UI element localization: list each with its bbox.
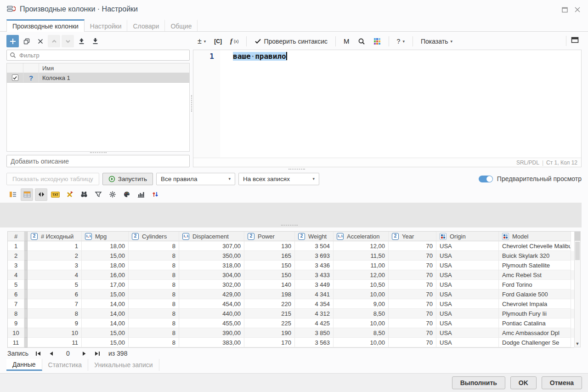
delete-column-button[interactable] bbox=[34, 35, 46, 47]
table-cell[interactable]: 70 bbox=[389, 290, 436, 299]
table-cell[interactable]: 7 bbox=[28, 299, 82, 309]
column-header[interactable]: 2Weight bbox=[295, 232, 334, 241]
column-header[interactable]: 2Year bbox=[389, 232, 436, 241]
table-cell[interactable]: 6 bbox=[28, 290, 82, 299]
execute-button[interactable]: Выполнить bbox=[452, 376, 505, 389]
table-cell[interactable]: 4 354 bbox=[295, 299, 334, 309]
table-cell[interactable]: 318,00 bbox=[179, 261, 244, 270]
table-cell[interactable]: Amc Ambassador Dpl bbox=[499, 328, 571, 338]
column-header[interactable]: # bbox=[8, 232, 24, 241]
table-cell[interactable]: 11 bbox=[8, 338, 24, 347]
column-header[interactable]: 2Cylinders bbox=[129, 232, 179, 241]
table-cell[interactable]: Buick Skylark 320 bbox=[499, 251, 571, 261]
column-header[interactable]: Origin bbox=[436, 232, 499, 241]
table-cell[interactable]: 2 bbox=[8, 251, 24, 261]
table-cell[interactable]: USA bbox=[436, 328, 499, 338]
table-cell[interactable]: 70 bbox=[389, 270, 436, 280]
table-cell[interactable]: 14,00 bbox=[82, 299, 129, 309]
table-cell[interactable]: Ford Torino bbox=[499, 280, 571, 290]
table-cell[interactable]: 3 850 bbox=[295, 328, 334, 338]
settings-icon[interactable] bbox=[106, 188, 119, 201]
table-cell[interactable]: 8 bbox=[129, 328, 179, 338]
table-row[interactable]: 111115,008383,001703 56310,0070USADodge … bbox=[8, 338, 574, 347]
table-cell[interactable]: 8 bbox=[129, 270, 179, 280]
table-cell[interactable]: 2 bbox=[28, 251, 82, 261]
table-cell[interactable]: 140 bbox=[244, 280, 295, 290]
table-cell[interactable]: USA bbox=[436, 290, 499, 299]
last-record-icon[interactable] bbox=[91, 351, 104, 357]
table-cell[interactable]: USA bbox=[436, 270, 499, 280]
table-cell[interactable]: 130 bbox=[244, 241, 295, 251]
table-cell[interactable]: USA bbox=[436, 241, 499, 251]
table-cell[interactable]: 4 bbox=[8, 270, 24, 280]
highlight-colors-button[interactable] bbox=[371, 35, 384, 47]
cancel-button[interactable]: Отмена bbox=[542, 376, 582, 389]
run-button[interactable]: Запустить bbox=[102, 173, 153, 185]
rules-select[interactable]: Все правила ▾ bbox=[156, 173, 235, 185]
panel-splitter-handle[interactable] bbox=[191, 95, 192, 112]
table-cell[interactable]: 198 bbox=[244, 290, 295, 299]
table-cell[interactable]: 1 bbox=[8, 241, 24, 251]
table-cell[interactable]: 12,00 bbox=[334, 241, 389, 251]
first-record-icon[interactable] bbox=[32, 351, 45, 357]
tab-unique-records[interactable]: Уникальные записи bbox=[88, 359, 159, 371]
table-cell[interactable]: 8,50 bbox=[334, 328, 389, 338]
table-cell[interactable]: 17,00 bbox=[82, 280, 129, 290]
export-button[interactable] bbox=[89, 35, 102, 47]
table-cell[interactable]: USA bbox=[436, 299, 499, 309]
table-cell[interactable]: Chevrolet Impala bbox=[499, 299, 571, 309]
table-cell[interactable]: 7 bbox=[8, 299, 24, 309]
table-cell[interactable]: 15,00 bbox=[82, 328, 129, 338]
table-cell[interactable]: 8 bbox=[129, 318, 179, 328]
table-cell[interactable]: 350,00 bbox=[179, 251, 244, 261]
table-cell[interactable]: 4 bbox=[28, 270, 82, 280]
table-cell[interactable]: 14,00 bbox=[82, 309, 129, 318]
table-cell[interactable]: 8 bbox=[129, 299, 179, 309]
scrollbar-thumb[interactable] bbox=[575, 242, 580, 260]
table-cell[interactable]: 3 693 bbox=[295, 251, 334, 261]
table-row[interactable]: 5517,008302,001403 44910,5070USAFord Tor… bbox=[8, 280, 574, 290]
move-down-button[interactable] bbox=[62, 35, 74, 47]
table-cell[interactable]: 8 bbox=[129, 251, 179, 261]
list-splitter-handle[interactable] bbox=[90, 152, 107, 153]
table-cell[interactable]: 15,00 bbox=[82, 251, 129, 261]
table-cell[interactable]: 3 bbox=[28, 261, 82, 270]
show-menu-button[interactable]: Показать ▾ bbox=[418, 35, 455, 47]
table-cell[interactable]: 8 bbox=[129, 290, 179, 299]
table-cell[interactable]: 9,00 bbox=[334, 299, 389, 309]
table-cell[interactable]: 8 bbox=[8, 309, 24, 318]
column-header[interactable]: 1.1Mpg bbox=[82, 232, 129, 241]
table-cell[interactable]: 70 bbox=[389, 338, 436, 347]
tab-data[interactable]: Данные bbox=[6, 359, 42, 371]
table-cell[interactable]: 304,00 bbox=[179, 270, 244, 280]
plus-minus-menu-button[interactable]: ± ▾ bbox=[195, 35, 209, 47]
close-icon[interactable] bbox=[573, 6, 582, 14]
description-input[interactable] bbox=[6, 155, 190, 167]
table-cell[interactable]: 4 341 bbox=[295, 290, 334, 299]
table-cell[interactable]: 440,00 bbox=[179, 309, 244, 318]
prev-record-icon[interactable] bbox=[45, 351, 58, 357]
table-cell[interactable]: 11,50 bbox=[334, 251, 389, 261]
table-cell[interactable]: 190 bbox=[244, 328, 295, 338]
add-column-button[interactable] bbox=[6, 35, 19, 47]
table-cell[interactable]: 390,00 bbox=[179, 328, 244, 338]
column-header[interactable]: 2Power bbox=[244, 232, 295, 241]
tab-settings[interactable]: Настройки bbox=[85, 19, 128, 31]
table-cell[interactable]: 9 bbox=[28, 318, 82, 328]
find-icon[interactable] bbox=[78, 188, 90, 201]
table-cell[interactable]: 70 bbox=[389, 261, 436, 270]
table-cell[interactable]: 220 bbox=[244, 299, 295, 309]
table-cell[interactable]: 8 bbox=[129, 241, 179, 251]
rule-code-editor[interactable]: 1 ваше·правило SRL/PDL | Ст 1, Кол 12 bbox=[193, 50, 582, 167]
move-up-button[interactable] bbox=[48, 35, 60, 47]
preview-toggle[interactable] bbox=[479, 176, 493, 182]
function-button[interactable]: f(x) bbox=[227, 35, 242, 47]
table-row[interactable]: 3318,008318,001503 43611,0070USAPlymouth… bbox=[8, 261, 574, 270]
table-cell[interactable]: Chevrolet Chevelle Malibu bbox=[499, 241, 571, 251]
column-header[interactable]: 1.1Acceleration bbox=[334, 232, 389, 241]
row-header-icon[interactable] bbox=[6, 188, 19, 201]
table-cell[interactable]: 10,00 bbox=[334, 318, 389, 328]
table-cell[interactable]: 15,00 bbox=[82, 290, 129, 299]
table-cell[interactable]: 3 433 bbox=[295, 270, 334, 280]
table-cell[interactable]: 9 bbox=[8, 318, 24, 328]
